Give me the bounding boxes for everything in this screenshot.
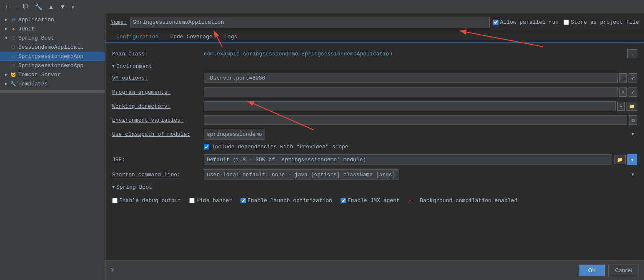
- program-arguments-input[interactable]: [204, 87, 618, 97]
- add-button[interactable]: +: [3, 2, 10, 11]
- store-as-project-file-text: Store as project file: [571, 19, 639, 25]
- move-up-button[interactable]: ▲: [46, 2, 55, 11]
- working-directory-add-btn[interactable]: +: [617, 102, 625, 111]
- store-as-project-file-checkbox[interactable]: [564, 20, 569, 25]
- allow-parallel-run-checkbox[interactable]: [493, 20, 499, 25]
- more-button[interactable]: »: [70, 2, 76, 11]
- working-directory-row: Working directory: + 📁: [112, 101, 637, 111]
- sidebar-item-label: Application: [18, 17, 54, 23]
- enable-jmx-label[interactable]: Enable JMX agent: [341, 198, 400, 204]
- environment-section-label: Environment: [116, 63, 152, 70]
- sidebar-item-label: Spring Boot: [18, 35, 54, 41]
- application-icon: 🖥: [10, 16, 17, 23]
- tab-code-coverage[interactable]: Code Coverage: [164, 31, 218, 43]
- enable-launch-optimization-label[interactable]: Enable launch optimization: [241, 198, 332, 204]
- hide-banner-checkbox[interactable]: [189, 198, 195, 203]
- sidebar-item-application[interactable]: ▶ 🖥 Application: [0, 15, 105, 24]
- program-arguments-add-btn[interactable]: +: [619, 88, 627, 97]
- enable-debug-text: Enable debug output: [119, 198, 181, 204]
- sidebar-item-label: Templates: [18, 81, 48, 87]
- environment-variables-row: Environment variables: ⧉: [112, 115, 637, 125]
- vm-options-input-area: + ⤢: [204, 73, 637, 83]
- sidebar-item-label: Tomcat Server: [18, 72, 60, 78]
- shorten-command-select-wrapper: user-local default: none - java [options…: [204, 169, 637, 180]
- name-label: Name:: [110, 19, 127, 25]
- sidebar-item-label: SpringsessiondemoApp: [18, 62, 83, 69]
- jre-input-area: Default (1.8 - SDK of 'springsessiondemo…: [204, 154, 637, 165]
- bottom-bar: ? OK Cancel: [105, 260, 644, 280]
- include-dependencies-label[interactable]: Include dependencies with "Provided" sco…: [204, 144, 348, 150]
- cancel-button[interactable]: Cancel: [608, 265, 639, 276]
- sidebar-item-junit[interactable]: ▶ ◆ JUnit: [0, 24, 105, 33]
- jre-dropdown-button[interactable]: ▼: [627, 154, 637, 165]
- enable-debug-checkbox[interactable]: [112, 198, 118, 203]
- hide-banner-label[interactable]: Hide banner: [189, 198, 232, 204]
- enable-launch-optimization-text: Enable launch optimization: [248, 198, 332, 204]
- working-directory-browse-btn[interactable]: 📁: [626, 102, 637, 111]
- shorten-command-select[interactable]: user-local default: none - java [options…: [204, 169, 398, 180]
- sidebar-item-tomcat-server[interactable]: ▶ 🐱 Tomcat Server: [0, 70, 105, 79]
- templates-icon: 🔧: [10, 80, 17, 87]
- program-arguments-expand-btn[interactable]: ⤢: [629, 88, 637, 97]
- name-row: Name: Allow parallel run Store as projec…: [105, 13, 644, 31]
- copy-button[interactable]: ⿻: [22, 2, 31, 11]
- store-as-project-file-label[interactable]: Store as project file: [564, 19, 639, 25]
- working-directory-input[interactable]: [204, 101, 616, 111]
- main-class-value: com.example.springsessiondemo.Springsess…: [204, 51, 627, 57]
- settings-button[interactable]: 🔧: [33, 2, 44, 11]
- spring-boot-section-header: ▼ Spring Boot: [112, 184, 637, 190]
- sidebar-item-spring-boot[interactable]: ▼ ⬡ Spring Boot: [0, 33, 105, 42]
- tab-configuration[interactable]: Configuration: [110, 31, 164, 43]
- vm-options-add-btn[interactable]: +: [619, 73, 627, 82]
- help-icon[interactable]: ?: [110, 267, 114, 274]
- working-directory-input-area: + 📁: [204, 101, 637, 111]
- working-directory-label: Working directory:: [112, 103, 204, 110]
- environment-variables-label: Environment variables:: [112, 117, 204, 123]
- main-class-browse-button[interactable]: ...: [627, 49, 637, 58]
- program-arguments-input-area: + ⤢: [204, 87, 637, 97]
- sidebar-item-springsessiondemo-app2[interactable]: ⬡ SpringsessiondemoApp: [0, 61, 105, 70]
- form-area: Main class: com.example.springsessiondem…: [105, 43, 644, 260]
- vm-options-input[interactable]: [204, 73, 618, 83]
- tab-logs[interactable]: Logs: [218, 31, 243, 43]
- name-input[interactable]: [130, 17, 490, 28]
- jre-folder-button[interactable]: 📁: [614, 155, 626, 164]
- spring-boot-options: Enable debug output Hide banner Enable l…: [112, 194, 637, 208]
- vm-options-row: VM options: + ⤢: [112, 73, 637, 83]
- environment-variables-input[interactable]: [204, 115, 627, 125]
- jre-row: JRE: Default (1.8 - SDK of 'springsessio…: [112, 154, 637, 165]
- sidebar-item-springsessiondemo-active[interactable]: ⬡ SpringsessiondemoApp: [0, 52, 105, 61]
- classpath-module-select[interactable]: springsessiondemo: [204, 129, 265, 140]
- remove-button[interactable]: −: [13, 2, 19, 11]
- sidebar-scrollbar[interactable]: [0, 90, 105, 93]
- right-panel: Name: Allow parallel run Store as projec…: [105, 13, 644, 280]
- app-active-icon: ⬡: [10, 53, 17, 60]
- spring-boot-arrow: ▼: [112, 185, 115, 190]
- enable-debug-label[interactable]: Enable debug output: [112, 198, 181, 204]
- use-classpath-label: Use classpath of module:: [112, 131, 204, 138]
- sidebar-item-label: JUnit: [18, 26, 35, 32]
- enable-launch-optimization-checkbox[interactable]: [241, 198, 246, 203]
- sidebar-item-sessiondemo-app1[interactable]: ⬡ SessiondemoApplicati: [0, 42, 105, 52]
- ok-button[interactable]: OK: [579, 265, 605, 276]
- tabs-row: Configuration Code Coverage Logs: [105, 31, 644, 43]
- vm-options-expand-btn[interactable]: ⤢: [629, 73, 637, 82]
- program-arguments-label: Program arguments:: [112, 89, 204, 95]
- tomcat-icon: 🐱: [10, 71, 17, 78]
- sidebar-item-templates[interactable]: ▶ 🔧 Templates: [0, 79, 105, 88]
- junit-icon: ◆: [10, 25, 17, 32]
- shorten-command-line-label: Shorten command line:: [112, 172, 204, 178]
- expand-arrow: ▶: [5, 26, 8, 31]
- expand-arrow: ▶: [5, 17, 8, 22]
- app2-icon: ⬡: [10, 62, 17, 69]
- enable-jmx-checkbox[interactable]: [341, 198, 346, 203]
- allow-parallel-run-label[interactable]: Allow parallel run: [493, 19, 559, 25]
- spring-boot-section-label: Spring Boot: [116, 184, 152, 190]
- include-dependencies-row: Include dependencies with "Provided" sco…: [112, 144, 637, 150]
- main-class-row: Main class: com.example.springsessiondem…: [112, 48, 637, 59]
- sidebar-item-label: SpringsessiondemoApp: [18, 53, 83, 60]
- move-down-button[interactable]: ▼: [58, 2, 67, 11]
- environment-variables-copy-btn[interactable]: ⧉: [629, 115, 637, 125]
- hide-banner-text: Hide banner: [196, 198, 232, 204]
- include-dependencies-checkbox[interactable]: [204, 144, 209, 150]
